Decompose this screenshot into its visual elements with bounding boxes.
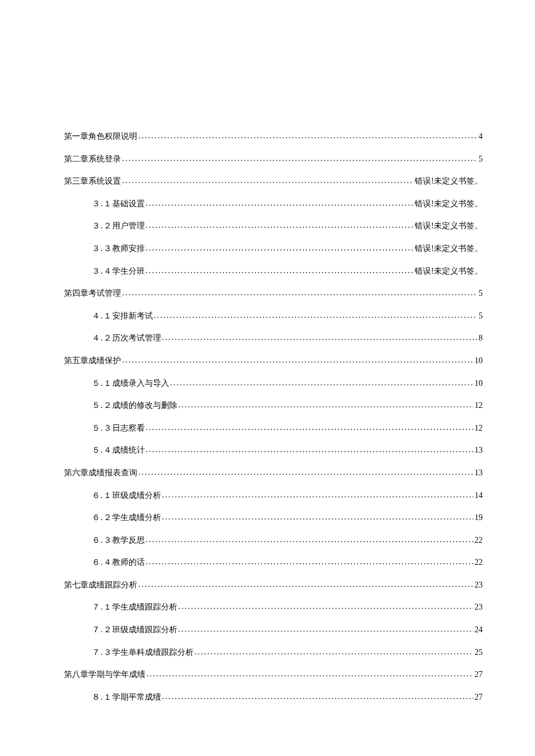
toc-label: 第五章成绩保护 [64, 355, 121, 367]
toc-entry-ch2[interactable]: 第二章系统登录5 [64, 153, 483, 165]
toc-section-title: 成绩统计 [112, 446, 145, 454]
toc-page-number: 错误!未定义书签。 [415, 198, 483, 210]
toc-entry-ch6-4[interactable]: ６.４教师的话22 [64, 557, 483, 568]
toc-entry-ch5[interactable]: 第五章成绩保护10 [64, 355, 483, 367]
toc-leader-dots [179, 601, 474, 612]
toc-entry-ch8-1[interactable]: ８.１学期平常成绩27 [64, 691, 483, 703]
toc-entry-ch5-4[interactable]: ５.４成绩统计13 [64, 445, 483, 456]
toc-section-number: ５.４ [92, 446, 112, 454]
toc-page-number: 8 [479, 332, 483, 344]
toc-page-number: 4 [479, 131, 483, 142]
toc-section-title: 学生单科成绩跟踪分析 [112, 648, 194, 657]
toc-entry-ch6[interactable]: 第六章成绩报表查询13 [64, 467, 483, 479]
toc-leader-dots [146, 534, 474, 546]
toc-entry-ch7-2[interactable]: ７.２班级成绩跟踪分析24 [64, 624, 483, 636]
toc-entry-ch6-3[interactable]: ６.３教学反思22 [64, 535, 483, 546]
toc-entry-ch7-3[interactable]: ７.３学生单科成绩跟踪分析25 [64, 647, 483, 658]
toc-entry-ch3[interactable]: 第三章系统设置错误!未定义书签。 [64, 175, 483, 187]
toc-leader-dots [138, 467, 473, 478]
toc-entry-ch3-1[interactable]: ３.１基础设置错误!未定义书签。 [64, 198, 483, 210]
toc-page-number: 27 [475, 691, 483, 703]
toc-page-number: 5 [479, 153, 483, 165]
toc-entry-ch1[interactable]: 第一章角色权限说明4 [64, 131, 483, 142]
toc-entry-ch3-2[interactable]: ３.２用户管理错误!未定义书签。 [64, 220, 483, 232]
toc-section-title: 学生分班 [112, 267, 145, 275]
toc-page-number: 24 [475, 624, 483, 636]
toc-page-number: 13 [475, 445, 483, 456]
toc-leader-dots [162, 332, 478, 343]
toc-section-number: ５.１ [92, 379, 112, 388]
toc-page-number: 5 [479, 310, 483, 322]
toc-page-number: 错误!未定义书签。 [415, 243, 483, 255]
toc-label: ６.３教学反思 [92, 535, 145, 546]
toc-leader-dots [138, 579, 473, 590]
toc-section-number: ４.２ [92, 334, 112, 342]
toc-section-number: ７.３ [92, 648, 112, 657]
toc-label: ８.１学期平常成绩 [92, 691, 161, 703]
toc-leader-dots [146, 556, 474, 568]
toc-section-title: 成绩的修改与删除 [112, 401, 177, 410]
toc-page-number: 错误!未定义书签。 [415, 220, 483, 232]
toc-page-number: 27 [475, 669, 483, 680]
toc-page-number: 错误!未定义书签。 [415, 266, 483, 277]
toc-section-title: 学期平常成绩 [112, 693, 161, 701]
toc-entry-ch8[interactable]: 第八章学期与学年成绩27 [64, 669, 483, 680]
toc-page-number: 5 [479, 288, 483, 299]
toc-page-number: 22 [475, 557, 483, 568]
toc-section-title: 成绩录入与导入 [112, 379, 169, 388]
toc-leader-dots [146, 422, 474, 433]
toc-leader-dots [122, 153, 477, 164]
toc-leader-dots [154, 310, 478, 321]
toc-label: 第四章考试管理 [64, 288, 121, 299]
toc-page-number: 10 [475, 378, 483, 389]
toc-leader-dots [179, 399, 474, 411]
toc-page-number: 12 [475, 422, 483, 434]
toc-page: 第一章角色权限说明4第二章系统登录5第三章系统设置错误!未定义书签。３.１基础设… [0, 0, 535, 756]
toc-section-title: 学生成绩跟踪分析 [112, 603, 177, 611]
toc-label: 第二章系统登录 [64, 153, 121, 165]
toc-entry-ch6-2[interactable]: ６.２学生成绩分析19 [64, 512, 483, 524]
toc-section-title: 学生成绩分析 [112, 513, 161, 522]
toc-page-number: 23 [475, 579, 483, 591]
toc-section-number: ３.４ [92, 267, 112, 275]
toc-leader-dots [162, 511, 474, 523]
toc-section-number: ３.３ [92, 244, 112, 253]
toc-page-number: 22 [475, 535, 483, 546]
toc-entry-ch5-2[interactable]: ５.２成绩的修改与删除12 [64, 400, 483, 411]
toc-section-title: 基础设置 [112, 199, 145, 208]
toc-entry-ch5-1[interactable]: ５.１成绩录入与导入10 [64, 378, 483, 389]
toc-section-number: ３.１ [92, 199, 112, 208]
toc-page-number: 12 [475, 400, 483, 411]
toc-label: ６.１班级成绩分析 [92, 490, 161, 501]
toc-entry-ch7-1[interactable]: ７.１学生成绩跟踪分析23 [64, 601, 483, 613]
toc-label: ３.２用户管理 [92, 220, 145, 232]
toc-section-number: ６.１ [92, 491, 112, 500]
toc-section-title: 历次考试管理 [112, 334, 161, 342]
toc-label: ５.３日志察看 [92, 422, 145, 434]
toc-label: ３.１基础设置 [92, 198, 145, 210]
toc-leader-dots [146, 198, 414, 209]
toc-entry-ch4[interactable]: 第四章考试管理5 [64, 288, 483, 299]
toc-entry-ch4-1[interactable]: ４.１安排新考试5 [64, 310, 483, 322]
toc-entry-ch3-4[interactable]: ３.４学生分班错误!未定义书签。 [64, 266, 483, 277]
toc-leader-dots [146, 220, 414, 231]
toc-entry-ch6-1[interactable]: ６.１班级成绩分析14 [64, 490, 483, 501]
toc-entry-ch7[interactable]: 第七章成绩跟踪分析23 [64, 579, 483, 591]
toc-entry-ch4-2[interactable]: ４.２历次考试管理8 [64, 332, 483, 344]
toc-leader-dots [147, 668, 473, 680]
toc-label: ５.４成绩统计 [92, 445, 145, 456]
toc-label: ５.２成绩的修改与删除 [92, 400, 177, 411]
toc-section-title: 班级成绩跟踪分析 [112, 625, 177, 634]
toc-section-number: ７.１ [92, 603, 112, 611]
toc-page-number: 10 [475, 355, 483, 367]
toc-leader-dots [122, 287, 477, 299]
toc-label: 第七章成绩跟踪分析 [64, 579, 137, 591]
toc-section-title: 教师的话 [112, 558, 145, 567]
toc-section-title: 安排新考试 [112, 311, 153, 320]
toc-entry-ch3-3[interactable]: ３.３教师安排错误!未定义书签。 [64, 243, 483, 255]
toc-leader-dots [179, 624, 474, 635]
toc-list: 第一章角色权限说明4第二章系统登录5第三章系统设置错误!未定义书签。３.１基础设… [64, 131, 483, 703]
toc-page-number: 14 [475, 490, 483, 501]
toc-entry-ch5-3[interactable]: ５.３日志察看12 [64, 422, 483, 434]
toc-section-title: 教学反思 [112, 536, 145, 544]
